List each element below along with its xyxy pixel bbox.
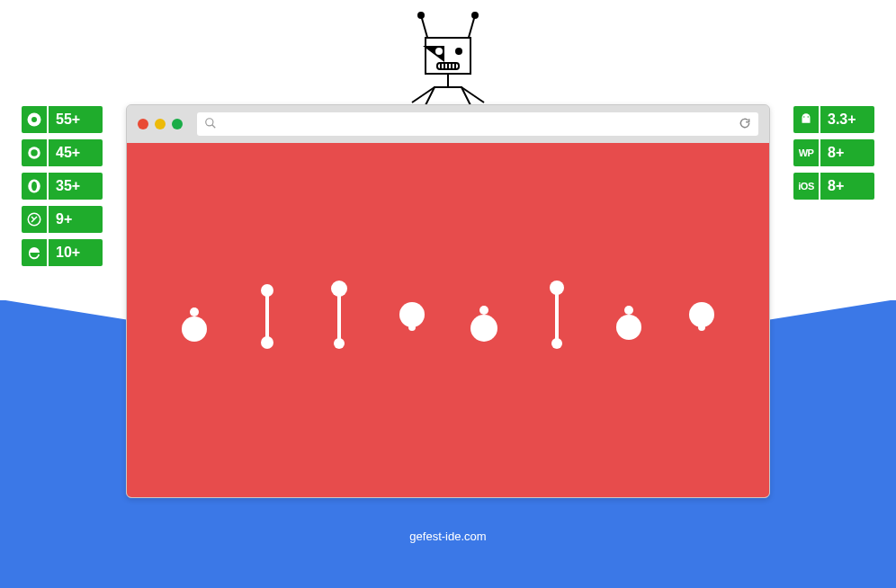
minimize-dot[interactable] (155, 119, 166, 129)
badge-wp: WP 8+ (793, 139, 874, 166)
svg-point-3 (472, 13, 478, 18)
safari-version: 9+ (49, 206, 103, 233)
ie-icon (22, 239, 49, 266)
svg-point-24 (808, 116, 810, 118)
loader-3 (317, 284, 362, 356)
svg-point-6 (455, 48, 462, 55)
badge-firefox: 45+ (22, 139, 103, 166)
badge-ie: 10+ (22, 239, 103, 266)
mobile-platform-badges: 3.3+ WP 8+ iOS 8+ (793, 106, 874, 200)
android-icon (793, 106, 820, 133)
svg-point-1 (418, 13, 424, 18)
loader-2 (245, 284, 290, 356)
badge-ios: iOS 8+ (793, 173, 874, 200)
svg-point-19 (31, 149, 38, 156)
svg-point-23 (803, 116, 805, 118)
search-icon (204, 117, 217, 132)
loader-5 (461, 284, 506, 356)
loader-7 (606, 284, 651, 356)
svg-point-25 (206, 118, 213, 125)
demo-viewport (127, 143, 769, 497)
ios-version: 8+ (820, 173, 874, 200)
ios-icon: iOS (793, 173, 820, 200)
window-controls (138, 119, 183, 129)
desktop-browser-badges: 55+ 45+ 35+ 9+ 10+ (22, 106, 103, 266)
robot-mascot (394, 11, 502, 110)
android-version: 3.3+ (820, 106, 874, 133)
chrome-version: 55+ (49, 106, 103, 133)
address-bar[interactable] (197, 112, 758, 136)
browser-mockup (126, 104, 770, 498)
firefox-icon (22, 139, 49, 166)
footer-link[interactable]: gefest-ide.com (0, 530, 896, 543)
wp-icon: WP (793, 139, 820, 166)
badge-safari: 9+ (22, 206, 103, 233)
browser-titlebar (127, 105, 769, 143)
loader-1 (172, 284, 217, 356)
refresh-icon[interactable] (739, 117, 751, 132)
svg-point-5 (435, 48, 443, 55)
loader-4 (390, 284, 435, 356)
safari-icon (22, 206, 49, 233)
svg-point-17 (31, 117, 37, 122)
loader-6 (534, 284, 579, 356)
badge-android: 3.3+ (793, 106, 874, 133)
badge-chrome: 55+ (22, 106, 103, 133)
ie-version: 10+ (49, 239, 103, 266)
maximize-dot[interactable] (172, 119, 183, 129)
svg-point-21 (31, 182, 37, 192)
badge-opera: 35+ (22, 173, 103, 200)
opera-version: 35+ (49, 173, 103, 200)
wp-version: 8+ (820, 139, 874, 166)
opera-icon (22, 173, 49, 200)
loader-8 (679, 284, 724, 356)
chrome-icon (22, 106, 49, 133)
firefox-version: 45+ (49, 139, 103, 166)
svg-line-26 (212, 124, 216, 128)
close-dot[interactable] (138, 119, 148, 129)
